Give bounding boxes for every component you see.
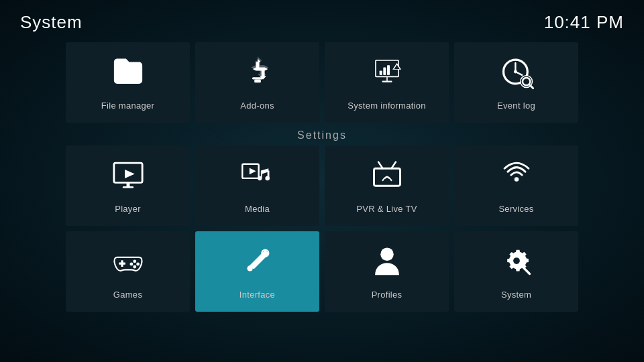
tile-media[interactable]: Media: [195, 145, 319, 226]
svg-line-14: [515, 72, 522, 75]
interface-icon: [240, 243, 275, 283]
file-manager-label: File manager: [101, 101, 154, 111]
svg-point-39: [129, 262, 133, 265]
system-icon: [499, 243, 534, 283]
pvr-live-tv-label: PVR & Live TV: [356, 204, 417, 214]
clock: 10:41 PM: [544, 12, 624, 33]
svg-line-33: [391, 162, 396, 169]
settings-label: Settings: [297, 129, 347, 141]
svg-rect-6: [387, 65, 390, 75]
svg-point-38: [136, 262, 140, 265]
tile-file-manager[interactable]: File manager: [66, 42, 190, 123]
svg-rect-36: [119, 262, 125, 264]
svg-rect-1: [254, 79, 261, 82]
tile-add-ons[interactable]: Add-ons: [195, 42, 319, 123]
system-label: System: [501, 290, 531, 300]
file-manager-icon: [111, 54, 146, 94]
pvr-live-tv-icon: [370, 158, 405, 197]
svg-rect-24: [122, 186, 133, 188]
system-information-label: System information: [347, 101, 426, 111]
games-label: Games: [113, 290, 142, 300]
svg-rect-23: [126, 182, 129, 186]
svg-rect-0: [252, 77, 262, 79]
tile-pvr-live-tv[interactable]: PVR & Live TV: [325, 145, 449, 226]
games-icon: [111, 243, 146, 283]
svg-rect-29: [267, 171, 269, 180]
svg-point-37: [133, 259, 136, 263]
add-ons-label: Add-ons: [240, 101, 274, 111]
event-log-icon: [499, 54, 534, 94]
tile-system-information[interactable]: System information: [325, 42, 449, 123]
media-icon: [240, 158, 275, 197]
player-label: Player: [115, 204, 141, 214]
tile-interface[interactable]: Interface: [195, 231, 319, 312]
add-ons-icon: [240, 54, 275, 94]
svg-line-32: [378, 162, 383, 169]
svg-point-46: [513, 257, 520, 264]
svg-point-45: [380, 248, 394, 261]
svg-line-47: [523, 267, 529, 274]
header: System 10:41 PM: [0, 0, 644, 40]
tile-services[interactable]: Services: [454, 145, 578, 226]
tile-profiles[interactable]: Profiles: [325, 231, 449, 312]
event-log-label: Event log: [497, 101, 535, 111]
services-icon: [499, 158, 534, 197]
tile-player[interactable]: Player: [66, 145, 190, 226]
player-icon: [111, 158, 146, 197]
svg-point-34: [514, 177, 519, 182]
tile-event-log[interactable]: Event log: [454, 42, 578, 123]
svg-point-40: [133, 265, 136, 269]
profiles-icon: [370, 243, 405, 283]
tile-system[interactable]: System: [454, 231, 578, 312]
svg-point-44: [247, 265, 252, 271]
tile-games[interactable]: Games: [66, 231, 190, 312]
app-title: System: [20, 12, 83, 33]
profiles-label: Profiles: [372, 290, 402, 300]
svg-rect-4: [379, 70, 382, 75]
interface-label: Interface: [239, 290, 275, 300]
system-information-icon: [370, 54, 405, 94]
middle-grid: Player Media: [0, 145, 644, 226]
svg-rect-5: [383, 68, 386, 75]
settings-section: Settings: [0, 129, 644, 141]
bottom-grid: Games Interface Profiles: [0, 231, 644, 312]
services-label: Services: [498, 204, 533, 214]
media-label: Media: [245, 204, 270, 214]
top-grid: File manager Add-ons: [0, 42, 644, 123]
